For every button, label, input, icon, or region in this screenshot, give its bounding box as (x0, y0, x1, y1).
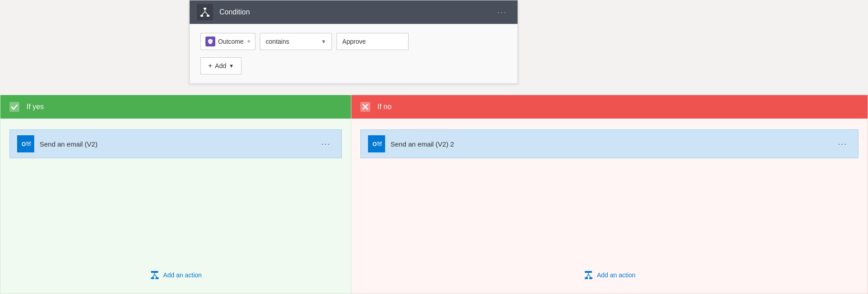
send-email-v2-2-more-button[interactable]: ··· (834, 138, 851, 151)
svg-rect-23 (585, 277, 588, 279)
svg-line-27 (588, 275, 591, 277)
send-email-v2-title: Send an email (V2) (40, 140, 97, 148)
branch-yes-add-action-button[interactable]: Add an action (150, 270, 202, 280)
approve-input[interactable] (336, 33, 409, 50)
action-card-left: O Send an email (V2) (17, 135, 97, 152)
condition-header: Condition ··· (190, 0, 518, 24)
svg-rect-10 (151, 271, 158, 273)
canvas: Condition ··· Outcome × (0, 0, 868, 294)
condition-row: Outcome × contains ▼ (200, 33, 507, 50)
branch-no-label: If no (377, 103, 391, 111)
outcome-remove-button[interactable]: × (247, 38, 250, 45)
svg-line-5 (205, 12, 208, 15)
contains-select[interactable]: contains ▼ (260, 33, 332, 50)
svg-line-4 (202, 12, 205, 15)
svg-rect-24 (589, 277, 592, 279)
outlook-icon-2: O (368, 135, 385, 152)
branch-no-header: If no (351, 95, 868, 119)
branch-no-add-action-label: Add an action (597, 271, 636, 279)
chevron-down-icon: ▼ (321, 39, 326, 44)
outcome-label: Outcome (218, 38, 244, 45)
send-email-v2-2-title: Send an email (V2) 2 (391, 140, 454, 148)
svg-rect-6 (9, 102, 19, 112)
outcome-icon (205, 37, 215, 46)
branch-no: If no O Send an email (V2) 2 ··· (351, 95, 868, 294)
add-action-icon (150, 270, 159, 280)
svg-line-26 (586, 275, 589, 277)
svg-rect-0 (204, 8, 206, 9)
condition-header-left: Condition (197, 4, 250, 20)
svg-rect-12 (155, 277, 159, 279)
add-action-icon-2 (583, 270, 593, 280)
add-label: Add (215, 62, 226, 69)
branch-no-add-action-button[interactable]: Add an action (583, 270, 636, 280)
x-icon (359, 100, 372, 114)
condition-card: Condition ··· Outcome × (189, 0, 518, 84)
outlook-icon: O (17, 135, 34, 152)
svg-rect-1 (200, 15, 203, 17)
check-icon (8, 100, 21, 114)
contains-value: contains (266, 38, 289, 45)
svg-rect-22 (585, 271, 592, 273)
add-chevron-icon: ▼ (229, 63, 234, 69)
plus-icon: + (208, 62, 212, 70)
svg-rect-11 (151, 277, 154, 279)
condition-title: Condition (219, 8, 250, 16)
outcome-chip[interactable]: Outcome × (200, 33, 255, 50)
branch-yes-label: If yes (27, 103, 44, 111)
send-email-v2-card[interactable]: O Send an email (V2) ··· (9, 129, 342, 158)
branch-yes-add-action-label: Add an action (163, 271, 202, 279)
branches: If yes O Send an email (V2) (0, 95, 868, 294)
svg-line-15 (155, 275, 157, 277)
add-button[interactable]: + Add ▼ (200, 57, 241, 74)
branch-yes-header: If yes (0, 95, 351, 119)
send-email-v2-more-button[interactable]: ··· (318, 138, 334, 151)
svg-rect-2 (207, 15, 209, 17)
svg-text:O: O (373, 141, 377, 147)
condition-body: Outcome × contains ▼ + Add ▼ (190, 24, 518, 83)
svg-text:O: O (22, 141, 26, 147)
condition-more-button[interactable]: ··· (494, 6, 510, 19)
send-email-v2-2-card[interactable]: O Send an email (V2) 2 ··· (360, 129, 859, 158)
action-card-left-2: O Send an email (V2) 2 (368, 135, 454, 152)
condition-icon (197, 4, 213, 20)
svg-line-14 (153, 275, 155, 277)
branch-yes: If yes O Send an email (V2) (0, 95, 351, 294)
